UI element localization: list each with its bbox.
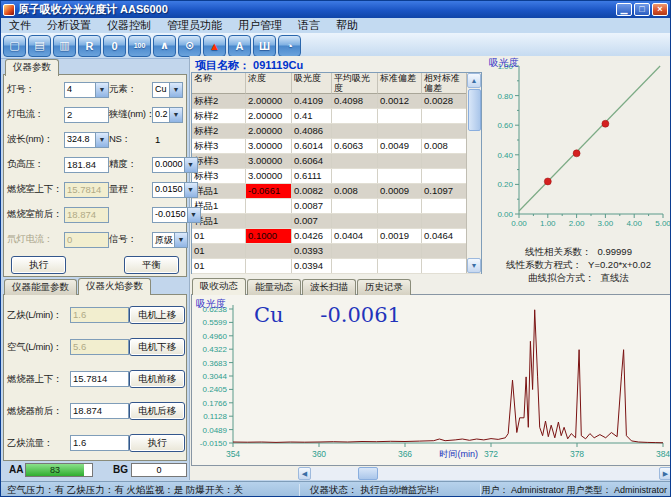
chevron-down-icon[interactable]: ▼ (169, 108, 182, 122)
flame-icon: ▲ (209, 40, 220, 52)
element-select[interactable]: Cu▼ (152, 82, 183, 98)
table-row[interactable]: 标样22.000000.4086 (192, 124, 481, 139)
tab-energy-params[interactable]: 仪器能量参数 (4, 279, 77, 295)
svg-text:0.3044: 0.3044 (203, 372, 228, 381)
open-file-button[interactable]: ▤ (28, 35, 51, 57)
chevron-down-icon[interactable]: ▼ (187, 208, 200, 222)
menu-item-help[interactable]: 帮助 (328, 18, 366, 33)
range-max-select[interactable]: 0.0150▼ (152, 182, 198, 198)
signal-select[interactable]: 原级▼ (152, 232, 188, 248)
lamp-current-input[interactable]: 2 (64, 107, 109, 123)
tab-energy-dynamic[interactable]: 能量动态 (247, 279, 301, 295)
tab-wavelength-scan[interactable]: 波长扫描 (302, 279, 356, 295)
ns-value: 1 (152, 134, 183, 145)
menu-item-file[interactable]: 文件 (1, 18, 39, 33)
tab-absorption-dynamic[interactable]: 吸收动态 (192, 278, 246, 295)
maximize-button[interactable]: □ (634, 3, 650, 16)
motor-backward-button[interactable]: 电机后移 (129, 402, 185, 420)
instrument-status-value: 执行自动增益完毕! (360, 484, 439, 495)
motor-down-button[interactable]: 电机下移 (129, 338, 185, 356)
table-row[interactable]: 010.10000.04260.04040.00190.0464 (192, 229, 481, 244)
motor-up-button[interactable]: 电机上移 (129, 306, 185, 324)
tab-history[interactable]: 历史记录 (357, 279, 411, 295)
table-cell (332, 199, 378, 213)
menu-item-language[interactable]: 语言 (290, 18, 328, 33)
table-cell (332, 244, 378, 258)
table-row[interactable]: 标样33.000000.60140.60630.00490.008 (192, 139, 481, 154)
gauge-zero-icon: 0 (111, 40, 117, 52)
table-row[interactable]: 标样22.000000.41 (192, 109, 481, 124)
range-min-select[interactable]: -0.0150▼ (152, 207, 201, 223)
flame-button[interactable]: ▲ (203, 35, 226, 57)
air-input[interactable]: 5.6 (70, 339, 129, 355)
chevron-down-icon[interactable]: ▼ (184, 158, 197, 172)
gauge-100-button[interactable]: 100 (128, 35, 151, 57)
d2-lamp-current-input[interactable]: 0 (64, 232, 109, 248)
table-row[interactable]: 标样33.000000.6064 (192, 154, 481, 169)
execute-button[interactable]: 执行 (11, 256, 66, 274)
slit-select[interactable]: 0.2▼ (152, 107, 183, 123)
menu-item-analysis-settings[interactable]: 分析设置 (39, 18, 99, 33)
precision-select[interactable]: 0.0000▼ (152, 157, 198, 173)
chamber-vertical-input[interactable]: 15.7814 (64, 182, 109, 198)
balance-button[interactable]: 平衡 (124, 256, 179, 274)
save-button[interactable]: ▥ (53, 35, 76, 57)
negative-hv-input[interactable]: 181.84 (64, 157, 109, 173)
table-row[interactable]: 标样22.000000.41090.40980.00120.0028 (192, 94, 481, 109)
column-header: 相对标准偏差 (422, 73, 467, 94)
chevron-down-icon[interactable]: ▼ (95, 83, 108, 97)
hscrollbar-thumb[interactable] (358, 467, 378, 480)
chamber-horizontal-input[interactable]: 18.874 (64, 207, 109, 223)
burner-horizontal-input[interactable]: 18.874 (70, 403, 129, 419)
table-row[interactable]: 标样33.000000.6111 (192, 169, 481, 184)
scroll-right-icon[interactable]: ▶ (659, 467, 671, 480)
close-button[interactable]: × (652, 3, 668, 16)
chevron-down-icon[interactable]: ▼ (95, 133, 108, 147)
menu-item-instrument-control[interactable]: 仪器控制 (99, 18, 159, 33)
table-row[interactable]: 样品1-0.06610.00820.0080.00090.1097 (192, 184, 481, 199)
acetylene-input[interactable]: 1.6 (70, 307, 129, 323)
table-row[interactable]: 010.0393 (192, 244, 481, 259)
timer-button[interactable]: ◔ (278, 35, 301, 57)
ns-label: NS： (109, 133, 152, 146)
scroll-up-icon[interactable]: ▲ (467, 73, 481, 88)
chevron-down-icon[interactable]: ▼ (169, 83, 182, 97)
svg-text:0.00: 0.00 (511, 219, 527, 228)
flame-execute-button[interactable]: 执行 (129, 434, 185, 452)
svg-text:0.20: 0.20 (497, 180, 513, 189)
lamp-button[interactable]: ⊙ (178, 35, 201, 57)
table-row[interactable]: 样品10.0087 (192, 199, 481, 214)
gauge-r-button[interactable]: R (78, 35, 101, 57)
menu-item-user-management[interactable]: 用户管理 (230, 18, 290, 33)
tab-flame-params[interactable]: 仪器火焰参数 (78, 278, 151, 295)
table-cell (422, 124, 467, 138)
peak-scan-button[interactable]: ∧ (153, 35, 176, 57)
chart-horizontal-scrollbar[interactable]: ◀ ▶ (298, 467, 671, 480)
gauge-100-icon: 100 (134, 42, 146, 49)
table-cell (332, 124, 378, 138)
wavelength-select[interactable]: 324.8▼ (64, 132, 109, 148)
scrollbar-thumb[interactable] (468, 89, 481, 131)
minimize-button[interactable]: ▁ (616, 3, 632, 16)
auto-gain-button[interactable]: A (228, 35, 251, 57)
chevron-down-icon[interactable]: ▼ (174, 233, 187, 247)
new-file-button[interactable]: ▢ (3, 35, 26, 57)
motor-forward-button[interactable]: 电机前移 (129, 370, 185, 388)
table-vertical-scrollbar[interactable]: ▲ ▼ (466, 73, 481, 273)
menu-item-admin-functions[interactable]: 管理员功能 (159, 18, 230, 33)
acetylene-flow-input[interactable]: 1.6 (70, 435, 129, 451)
burner-vertical-input[interactable]: 15.7814 (70, 371, 129, 387)
table-cell: 0.0464 (422, 229, 467, 243)
absorption-dynamic-chart: 吸光度 Cu -0.0061 0.62380.55990.49600.43220… (191, 294, 671, 466)
table-row[interactable]: 010.0394 (192, 259, 481, 274)
tab-instrument-params[interactable]: 仪器参数 (5, 59, 59, 76)
gauge-zero-button[interactable]: 0 (103, 35, 126, 57)
chevron-down-icon[interactable]: ▼ (184, 183, 197, 197)
lamp-number-select[interactable]: 4▼ (64, 82, 109, 98)
scroll-down-icon[interactable]: ▼ (467, 258, 481, 273)
burner-button[interactable]: Ш (253, 35, 276, 57)
user-type-label: 用户类型： (566, 485, 611, 495)
bg-value-box: 0 (131, 463, 187, 477)
scroll-left-icon[interactable]: ◀ (298, 467, 311, 480)
table-row[interactable]: 样品10.007 (192, 214, 481, 229)
